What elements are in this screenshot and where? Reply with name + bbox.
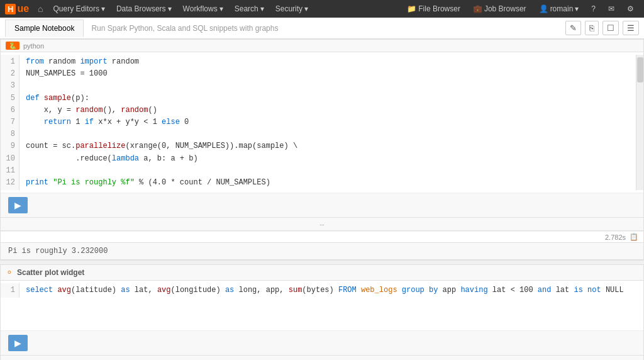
snippet-timing: 2.782s 📋: [1, 231, 643, 242]
help-button[interactable]: ?: [586, 2, 601, 16]
run-scatter-button[interactable]: ▶: [8, 335, 28, 351]
user-menu[interactable]: 👤 romain ▾: [534, 2, 584, 16]
tag-button[interactable]: ☰: [623, 21, 639, 35]
nav-right-section: 📁 File Browser 💼 Job Browser 👤 romain ▾ …: [402, 2, 639, 16]
notebook-toolbar: ✎ ⎘ ☐ ☰: [565, 21, 639, 35]
python-output: Pi is roughly 3.232000: [1, 242, 643, 260]
python-code-content[interactable]: from random import random NUM_SAMPLES = …: [19, 55, 636, 190]
scatter-icon: ⚬: [6, 267, 13, 278]
nav-search[interactable]: Search ▾: [230, 2, 269, 16]
sql-code-area[interactable]: 1 select avg(latitude) as lat, avg(longi…: [1, 281, 643, 300]
job-browser-link[interactable]: 💼 Job Browser: [468, 2, 531, 16]
file-button[interactable]: ☐: [602, 21, 619, 35]
python-badge: 🐍: [6, 42, 19, 50]
line-numbers: 12356789101112: [1, 55, 19, 190]
nav-query-editors[interactable]: Query Editors ▾: [48, 2, 110, 16]
secondary-bar: Sample Notebook Run Spark Python, Scala …: [0, 18, 644, 39]
nav-security[interactable]: Security ▾: [270, 2, 313, 16]
scatter-header: ⚬ Scatter plot widget: [1, 265, 643, 281]
timing-copy-icon[interactable]: 📋: [630, 233, 638, 241]
scrollbar-thumb: [637, 57, 643, 82]
scatter-separator: --: [1, 355, 643, 360]
sql-line-number: 1: [1, 283, 19, 298]
nav-data-browsers[interactable]: Data Browsers ▾: [111, 2, 177, 16]
nav-workflows[interactable]: Workflows ▾: [178, 2, 228, 16]
logo-ue: ue: [17, 3, 29, 14]
python-snippet: 🐍 python 12356789101112 from random impo…: [0, 39, 644, 261]
top-navigation: Hue ⌂ Query Editors ▾ Data Browsers ▾ Wo…: [0, 0, 644, 18]
home-button[interactable]: ⌂: [34, 3, 47, 15]
copy-button[interactable]: ⎘: [585, 21, 599, 35]
run-python-button[interactable]: ▶: [8, 197, 28, 213]
snippet-header: 🐍 python: [1, 40, 643, 52]
sql-code-content[interactable]: select avg(latitude) as lat, avg(longitu…: [19, 283, 643, 298]
edit-button[interactable]: ✎: [565, 21, 581, 35]
sample-notebook-tab[interactable]: Sample Notebook: [5, 20, 84, 37]
code-scrollbar[interactable]: [636, 55, 643, 190]
snippet-separator-1: --: [1, 217, 643, 231]
scatter-snippet: ⚬ Scatter plot widget 1 select avg(latit…: [0, 264, 644, 360]
python-code-area[interactable]: 12356789101112 from random import random…: [1, 52, 643, 193]
tab-description: Run Spark Python, Scala and SQL snippets…: [91, 24, 565, 33]
settings-button[interactable]: ⚙: [622, 2, 639, 16]
python-label: python: [23, 42, 44, 50]
logo-h: H: [5, 4, 16, 14]
app-logo: Hue: [5, 3, 29, 14]
main-content: 🐍 python 12356789101112 from random impo…: [0, 39, 644, 360]
file-browser-link[interactable]: 📁 File Browser: [402, 2, 465, 16]
scatter-title: Scatter plot widget: [17, 268, 84, 277]
notifications-button[interactable]: ✉: [603, 2, 619, 16]
